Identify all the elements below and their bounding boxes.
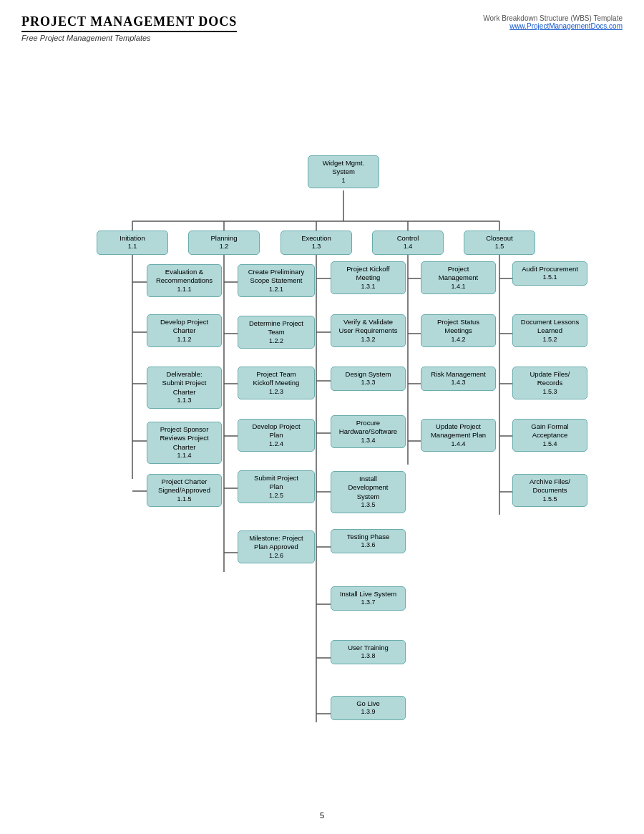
wbs-diagram: Widget Mgmt.System 1 Initiation 1.1 Plan… (21, 49, 623, 801)
node-1-2-1: Create PreliminaryScope Statement 1.2.1 (238, 264, 315, 297)
node-1-1-2-label: Develop ProjectCharter (160, 318, 208, 334)
node-1-3-9-number: 1.3.9 (335, 708, 401, 717)
node-1-3-8-number: 1.3.8 (335, 652, 401, 661)
node-1-2-number: 1.2 (192, 243, 255, 251)
node-1-3-1-number: 1.3.1 (335, 283, 401, 291)
node-1-2-2-number: 1.2.2 (242, 337, 311, 346)
logo-area: Project Management Docs Free Project Man… (21, 14, 237, 42)
node-1-3-2-number: 1.3.2 (335, 336, 401, 344)
node-1-2-5-number: 1.2.5 (242, 492, 311, 500)
node-1-5-5-label: Archive Files/Documents (530, 477, 570, 494)
node-1-5-5: Archive Files/Documents 1.5.5 (512, 474, 587, 507)
node-1-5-1: Audit Procurement 1.5.1 (512, 261, 587, 286)
node-1-1-1: Evaluation &Recommendations 1.1.1 (147, 264, 222, 297)
node-1-3-5: InstallDevelopmentSystem 1.3.5 (331, 471, 406, 513)
node-1-3-7-label: Install Live System (340, 590, 396, 598)
node-1-4-3-number: 1.4.3 (425, 379, 492, 387)
node-1-4-3-label: Risk Management (431, 370, 486, 378)
page-number: 5 (0, 811, 644, 820)
node-1-1-1-label: Evaluation &Recommendations (156, 268, 213, 284)
node-1-3-9-label: Go Live (356, 699, 380, 707)
node-1-4-4-number: 1.4.4 (425, 440, 492, 449)
node-1-2-6-label: Milestone: ProjectPlan Approved (249, 534, 303, 551)
node-1-2: Planning 1.2 (188, 231, 260, 255)
node-1-4-1: ProjectManagement 1.4.1 (421, 261, 496, 294)
node-1-1-3: Deliverable:Submit ProjectCharter 1.1.3 (147, 367, 222, 409)
node-1-3-9: Go Live 1.3.9 (331, 696, 406, 720)
node-1-2-4-label: Develop ProjectPlan (252, 422, 300, 439)
node-1-4-4: Update ProjectManagement Plan 1.4.4 (421, 419, 496, 452)
node-1-3-6-label: Testing Phase (347, 533, 390, 540)
node-1-4-3: Risk Management 1.4.3 (421, 367, 496, 391)
node-1-4-4-label: Update ProjectManagement Plan (431, 422, 486, 439)
node-1-4-label: Control (397, 234, 419, 242)
page: Project Management Docs Free Project Man… (0, 0, 644, 834)
node-1-1-2: Develop ProjectCharter 1.1.2 (147, 314, 222, 347)
node-1-5-1-number: 1.5.1 (517, 273, 583, 282)
node-1-3-4: ProcureHardware/Software 1.3.4 (331, 415, 406, 448)
node-1-2-5-label: Submit ProjectPlan (254, 474, 298, 490)
node-1-2-3-label: Project TeamKickoff Meeting (253, 370, 300, 387)
node-1-3: Execution 1.3 (280, 231, 352, 255)
header-right-url[interactable]: www.ProjectManagementDocs.com (509, 22, 623, 30)
node-1-4-1-number: 1.4.1 (425, 283, 492, 291)
node-1-4-2: Project StatusMeetings 1.4.2 (421, 314, 496, 347)
node-1-3-2: Verify & ValidateUser Requirements 1.3.2 (331, 314, 406, 347)
node-1-3-4-number: 1.3.4 (335, 437, 401, 445)
node-1-3-3-label: Design System (346, 370, 391, 378)
node-1-5-4-label: Gain FormalAcceptance (531, 422, 568, 439)
node-1-5: Closeout 1.5 (464, 231, 535, 255)
node-1-1: Initiation 1.1 (97, 231, 168, 255)
node-1-3-3: Design System 1.3.3 (331, 367, 406, 391)
node-1-2-6: Milestone: ProjectPlan Approved 1.2.6 (238, 530, 315, 563)
node-1-1-4-number: 1.1.4 (151, 452, 218, 460)
node-1-3-7-number: 1.3.7 (335, 598, 401, 607)
node-1-2-3-number: 1.2.3 (242, 388, 311, 397)
node-1-2-1-label: Create PreliminaryScope Statement (248, 268, 305, 284)
node-1-3-8-label: User Training (348, 644, 389, 651)
node-1-5-2-number: 1.5.2 (517, 336, 583, 344)
node-root: Widget Mgmt.System 1 (308, 155, 379, 188)
node-1-2-3: Project TeamKickoff Meeting 1.2.3 (238, 367, 315, 399)
node-1-5-5-number: 1.5.5 (517, 495, 583, 504)
node-1-2-1-number: 1.2.1 (242, 286, 311, 294)
node-1-3-6-number: 1.3.6 (335, 541, 401, 550)
node-1-5-2-label: Document LessonsLearned (521, 318, 579, 334)
header-right: Work Breakdown Structure (WBS) Template … (483, 14, 623, 30)
node-1-1-5: Project CharterSigned/Approved 1.1.5 (147, 474, 222, 507)
node-1-5-1-label: Audit Procurement (522, 265, 578, 273)
node-1-1-4-label: Project SponsorReviews ProjectCharter (160, 425, 208, 451)
node-1-1-2-number: 1.1.2 (151, 336, 218, 344)
node-1-4-2-number: 1.4.2 (425, 336, 492, 344)
node-1-4-number: 1.4 (376, 243, 439, 251)
node-1-1-5-label: Project CharterSigned/Approved (158, 477, 210, 494)
node-1-3-4-label: ProcureHardware/Software (339, 419, 397, 435)
node-1-5-3-label: Update Files/Records (530, 370, 570, 387)
node-1-2-5: Submit ProjectPlan 1.2.5 (238, 470, 315, 503)
node-1-3-5-number: 1.3.5 (335, 501, 401, 510)
node-1-4-1-label: ProjectManagement (439, 265, 478, 281)
node-1-2-2: Determine ProjectTeam 1.2.2 (238, 316, 315, 349)
node-1-4: Control 1.4 (372, 231, 444, 255)
node-1-5-number: 1.5 (468, 243, 531, 251)
node-1-2-4-number: 1.2.4 (242, 440, 311, 449)
node-1-5-4: Gain FormalAcceptance 1.5.4 (512, 419, 587, 452)
node-1-3-2-label: Verify & ValidateUser Requirements (339, 318, 398, 334)
node-1-3-1-label: Project KickoffMeeting (346, 265, 390, 281)
node-1-2-label: Planning (211, 234, 238, 242)
node-1-5-3: Update Files/Records 1.5.3 (512, 367, 587, 399)
node-1-3-3-number: 1.3.3 (335, 379, 401, 387)
node-1-1-number: 1.1 (101, 243, 164, 251)
node-1-3-1: Project KickoffMeeting 1.3.1 (331, 261, 406, 294)
header-right-label: Work Breakdown Structure (WBS) Template (483, 14, 623, 22)
page-number-text: 5 (320, 811, 324, 820)
node-1-5-4-number: 1.5.4 (517, 440, 583, 449)
node-1-5-3-number: 1.5.3 (517, 388, 583, 397)
node-1-3-number: 1.3 (285, 243, 348, 251)
node-1-3-label: Execution (301, 234, 331, 242)
node-1-3-6: Testing Phase 1.3.6 (331, 529, 406, 553)
node-1-1-1-number: 1.1.1 (151, 286, 218, 294)
node-root-number: 1 (312, 177, 375, 185)
node-1-3-7: Install Live System 1.3.7 (331, 586, 406, 611)
node-1-1-4: Project SponsorReviews ProjectCharter 1.… (147, 422, 222, 464)
